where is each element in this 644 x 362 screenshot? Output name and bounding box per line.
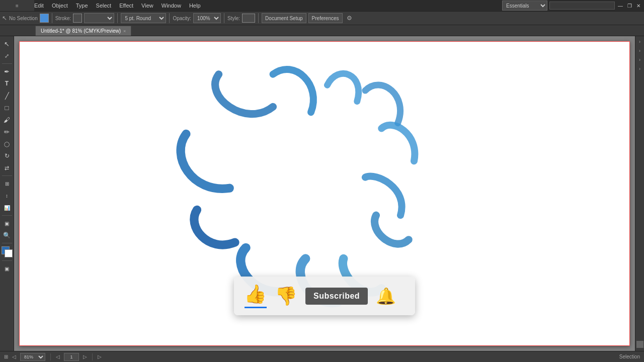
status-sep-2 [92,353,93,360]
tool-separator-5 [2,260,12,261]
bell-icon[interactable]: 🔔 [376,287,396,306]
pointer-icon: ↖ [2,15,7,22]
menu-effect[interactable]: Effect [116,2,137,10]
menu-bar: Ai File Edit Object Type Select Effect V… [0,0,644,11]
right-panel-btn-4[interactable]: › [636,65,643,72]
page-nav-prev[interactable]: ◁ [56,354,60,359]
document-setup-button[interactable]: Document Setup [262,13,306,23]
pen-tool[interactable]: ✒ [1,66,13,77]
menu-window[interactable]: Window [158,2,185,10]
page-nav-next[interactable]: ▷ [83,354,87,359]
like-underline [245,307,267,308]
status-separator [50,353,51,360]
tab-bar: ≡ Untitled-1* @ 81% (CMYK/Preview) × [0,25,644,36]
right-panel-btn-2[interactable]: › [636,47,643,54]
maximize-button[interactable]: ❐ [626,2,633,9]
color-swatch[interactable] [2,246,13,257]
minimize-button[interactable]: — [617,2,624,9]
status-arrow-right: ▷ [98,354,102,359]
close-button[interactable]: ✕ [635,2,642,9]
separator-3 [169,13,170,23]
thumbs-down-icon[interactable]: 👎 [275,286,297,307]
status-artboard-icon: ⊞ [4,354,8,359]
separator-2 [117,13,118,23]
stroke-label: Stroke: [55,16,71,21]
menu-object[interactable]: Object [48,2,71,10]
right-panel-btn-1[interactable]: › [636,38,643,45]
rotate-tool[interactable]: ↻ [1,150,13,161]
page-input[interactable] [64,353,79,361]
tool-separator-1 [2,63,12,64]
separator-1 [52,13,52,23]
paintbrush-tool[interactable]: 🖌 [1,114,13,125]
tool-separator-3 [2,215,12,216]
canvas-area: 👍 👎 Subscribed 🔔 [14,36,635,351]
stroke-size-select[interactable]: 5 pt. Round [121,13,166,23]
stroke-style-select[interactable] [84,13,114,23]
search-input[interactable] [549,2,615,10]
opacity-label: Opacity: [173,16,191,21]
selection-tool[interactable]: ↖ [1,38,13,49]
type-tool[interactable]: T [1,78,13,89]
direct-selection-tool[interactable]: ⤢ [1,50,13,61]
right-panel-btn-3[interactable]: › [636,56,643,63]
toolbar: ↖ No Selection Stroke: 5 pt. Round Opaci… [0,11,644,25]
separator-4 [224,13,224,23]
no-selection-label: No Selection [9,16,38,21]
zoom-select[interactable]: 81% [20,353,45,361]
status-arrow-left: ◁ [12,354,16,359]
like-section: 👍 [244,284,267,308]
shape-tool[interactable]: □ [1,102,13,113]
tool-name: Selection [619,354,640,359]
tab-title: Untitled-1* @ 81% (CMYK/Preview) [41,28,121,34]
eyedropper-tool[interactable]: 🔍 [1,230,13,241]
thumbs-up-icon[interactable]: 👍 [244,284,267,305]
gradient-tool[interactable]: ▣ [1,218,13,229]
screen-mode-btn[interactable]: ▣ [1,263,13,274]
stroke-swatch[interactable] [5,249,13,257]
left-tool-panel: ↖ ⤢ ✒ T ╱ □ 🖌 ✏ ◯ ↻ ⇄ ⊞ ↕ 📊 ▣ 🔍 ▣ [0,36,14,351]
status-bar: ⊞ ◁ 81% ◁ ▷ ▷ Selection [0,351,644,362]
tool-separator-2 [2,175,12,176]
menu-select[interactable]: Select [93,2,115,10]
graph-tool[interactable]: 📊 [1,202,13,213]
scale-tool[interactable]: ⊞ [1,178,13,189]
menu-type[interactable]: Type [72,2,92,10]
menu-view[interactable]: View [138,2,157,10]
style-label: Style: [227,16,240,21]
tab-close-button[interactable]: × [123,29,126,34]
style-box[interactable] [242,14,255,23]
right-panel-scroll-box[interactable] [636,341,643,348]
subscribed-button[interactable]: Subscribed [305,288,368,305]
separator-5 [258,13,259,23]
active-tab[interactable]: Untitled-1* @ 81% (CMYK/Preview) × [35,26,131,36]
workspace-selector[interactable]: Essentials [502,1,547,11]
right-panel: › › › › [635,36,644,351]
main-layout: ↖ ⤢ ✒ T ╱ □ 🖌 ✏ ◯ ↻ ⇄ ⊞ ↕ 📊 ▣ 🔍 ▣ [0,36,644,351]
stroke-color-box[interactable] [73,14,82,23]
preferences-button[interactable]: Preferences [308,13,343,23]
reflect-tool[interactable]: ⇄ [1,162,13,173]
youtube-overlay: 👍 👎 Subscribed 🔔 [234,277,415,315]
fill-color-box[interactable] [40,14,49,23]
panel-toggle[interactable]: ≡ [16,3,19,9]
status-right-section: Selection [619,354,640,359]
eraser-tool[interactable]: ◯ [1,138,13,149]
arrange-icon: ⚙ [347,15,352,22]
pencil-tool[interactable]: ✏ [1,126,13,137]
width-tool[interactable]: ↕ [1,190,13,201]
canvas[interactable]: 👍 👎 Subscribed 🔔 [19,41,630,346]
line-tool[interactable]: ╱ [1,90,13,101]
opacity-select[interactable]: 100% [193,13,221,23]
menu-help[interactable]: Help [186,2,204,10]
tool-separator-4 [2,243,12,243]
